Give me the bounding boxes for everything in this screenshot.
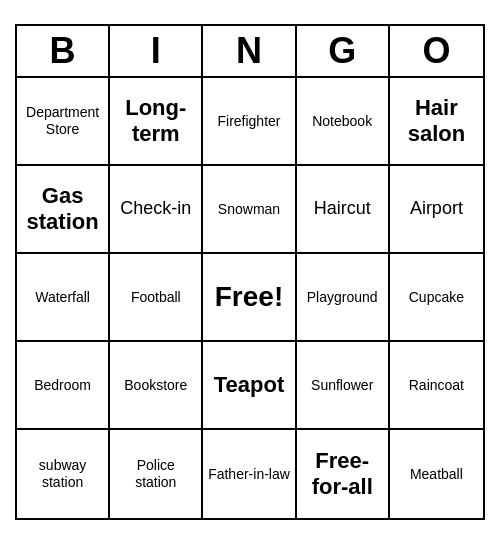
bingo-card: BINGO Department StoreLong-termFirefight…	[15, 24, 485, 520]
bingo-cell-9: Airport	[390, 166, 483, 254]
bingo-cell-5: Gas station	[17, 166, 110, 254]
bingo-cell-16: Bookstore	[110, 342, 203, 430]
bingo-cell-4: Hair salon	[390, 78, 483, 166]
bingo-cell-2: Firefighter	[203, 78, 296, 166]
bingo-cell-21: Police station	[110, 430, 203, 518]
bingo-cell-24: Meatball	[390, 430, 483, 518]
bingo-header: BINGO	[17, 26, 483, 78]
bingo-cell-15: Bedroom	[17, 342, 110, 430]
header-letter-g: G	[297, 26, 390, 76]
header-letter-b: B	[17, 26, 110, 76]
bingo-cell-8: Haircut	[297, 166, 390, 254]
bingo-cell-18: Sunflower	[297, 342, 390, 430]
bingo-cell-11: Football	[110, 254, 203, 342]
bingo-cell-14: Cupcake	[390, 254, 483, 342]
header-letter-i: I	[110, 26, 203, 76]
bingo-cell-7: Snowman	[203, 166, 296, 254]
header-letter-o: O	[390, 26, 483, 76]
bingo-cell-6: Check-in	[110, 166, 203, 254]
bingo-cell-23: Free-for-all	[297, 430, 390, 518]
bingo-cell-1: Long-term	[110, 78, 203, 166]
bingo-cell-12: Free!	[203, 254, 296, 342]
bingo-cell-20: subway station	[17, 430, 110, 518]
bingo-cell-17: Teapot	[203, 342, 296, 430]
header-letter-n: N	[203, 26, 296, 76]
bingo-cell-13: Playground	[297, 254, 390, 342]
bingo-cell-3: Notebook	[297, 78, 390, 166]
bingo-cell-10: Waterfall	[17, 254, 110, 342]
bingo-grid: Department StoreLong-termFirefighterNote…	[17, 78, 483, 518]
bingo-cell-22: Father-in-law	[203, 430, 296, 518]
bingo-cell-0: Department Store	[17, 78, 110, 166]
bingo-cell-19: Raincoat	[390, 342, 483, 430]
